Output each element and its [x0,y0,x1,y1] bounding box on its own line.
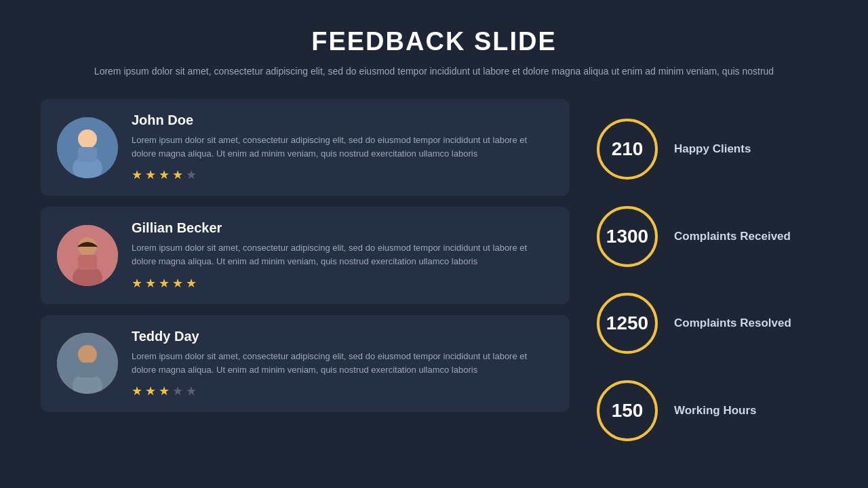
stat-circle: 150 [597,380,658,441]
stat-item: 1250Complaints Resolved [597,293,827,354]
testimonial-text: Lorem ipsum dolor sit amet, consectetur … [132,350,553,377]
page-title: FEEDBACK SLIDE [41,27,827,56]
testimonial-name: Teddy Day [132,329,553,344]
star-filled-icon: ★ [186,276,197,291]
testimonial-card: John DoeLorem ipsum dolor sit amet, cons… [41,99,570,196]
stat-label: Complaints Resolved [674,316,791,331]
stat-circle: 210 [597,119,658,180]
stat-circle: 1250 [597,293,658,354]
stat-item: 1300Complaints Received [597,206,827,267]
stat-item: 210Happy Clients [597,119,827,180]
stat-number: 1250 [606,312,648,334]
svg-rect-7 [78,255,97,270]
testimonials-list: John DoeLorem ipsum dolor sit amet, cons… [41,99,570,461]
stat-item: 150Working Hours [597,380,827,441]
testimonial-card: Teddy DayLorem ipsum dolor sit amet, con… [41,315,570,412]
star-empty-icon: ★ [186,384,197,399]
card-content: Teddy DayLorem ipsum dolor sit amet, con… [132,329,553,399]
star-empty-icon: ★ [172,384,183,399]
stats-panel: 210Happy Clients1300Complaints Received1… [597,99,827,461]
testimonial-name: John Doe [132,113,553,128]
star-filled-icon: ★ [159,276,170,291]
star-filled-icon: ★ [159,384,170,399]
stat-circle: 1300 [597,206,658,267]
header: FEEDBACK SLIDE Lorem ipsum dolor sit ame… [41,27,827,79]
svg-point-1 [78,129,97,148]
stat-number: 150 [612,400,644,422]
star-empty-icon: ★ [186,167,197,182]
stat-number: 210 [612,138,644,160]
testimonial-name: Gillian Becker [132,220,553,236]
testimonial-text: Lorem ipsum dolor sit amet, consectetur … [132,241,553,268]
avatar [57,117,118,178]
svg-rect-3 [78,147,97,162]
star-filled-icon: ★ [172,167,183,182]
svg-point-9 [78,345,97,364]
header-subtitle: Lorem ipsum dolor sit amet, consectetur … [41,64,827,79]
testimonial-text: Lorem ipsum dolor sit amet, consectetur … [132,134,553,161]
avatar [57,333,118,394]
star-filled-icon: ★ [159,167,170,182]
star-filled-icon: ★ [145,384,156,399]
star-rating: ★★★★★ [132,167,553,182]
star-filled-icon: ★ [132,384,142,399]
page: FEEDBACK SLIDE Lorem ipsum dolor sit ame… [0,0,868,488]
star-filled-icon: ★ [132,167,142,182]
stat-label: Happy Clients [674,142,751,157]
stat-number: 1300 [606,226,648,247]
star-filled-icon: ★ [145,167,156,182]
star-rating: ★★★★★ [132,384,553,399]
svg-rect-11 [78,363,97,378]
stat-label: Complaints Received [674,229,791,244]
card-content: John DoeLorem ipsum dolor sit amet, cons… [132,113,553,182]
star-filled-icon: ★ [172,276,183,291]
card-content: Gillian BeckerLorem ipsum dolor sit amet… [132,220,553,290]
star-filled-icon: ★ [132,276,142,291]
star-rating: ★★★★★ [132,276,553,291]
avatar [57,225,118,286]
stat-label: Working Hours [674,403,757,418]
star-filled-icon: ★ [145,276,156,291]
testimonial-card: Gillian BeckerLorem ipsum dolor sit amet… [41,207,570,304]
main-content: John DoeLorem ipsum dolor sit amet, cons… [41,99,827,461]
